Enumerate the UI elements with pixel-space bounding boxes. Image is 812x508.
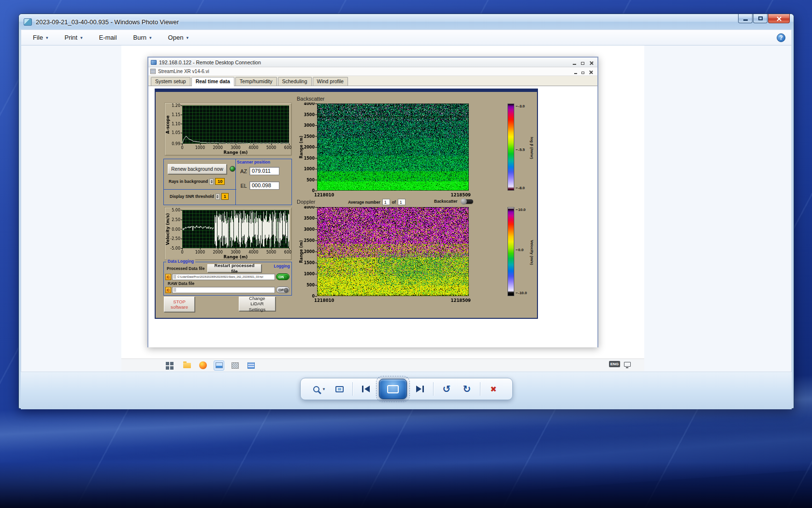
tab-wind-profile[interactable]: Wind profile (313, 77, 348, 86)
rotate-counterclockwise-button[interactable]: ↺ (439, 381, 454, 397)
minimize-icon (574, 73, 577, 74)
restart-processed-file-button[interactable]: Restart processed file (207, 264, 261, 272)
colorbar-label: 10.0 (516, 208, 526, 212)
raw-path-field[interactable] (172, 287, 275, 293)
screenshot-viewer-icon[interactable] (214, 360, 224, 371)
vi-close-button[interactable] (589, 67, 593, 76)
next-button[interactable] (413, 381, 427, 397)
menu-burn[interactable]: Burn▾ (129, 32, 157, 43)
maximize-button[interactable] (753, 14, 768, 23)
labview-vi-icon (150, 69, 156, 74)
close-icon (776, 16, 782, 21)
toolbar-separator (433, 382, 434, 396)
average-total-input[interactable]: 1 (398, 199, 406, 205)
language-indicator[interactable]: ENG (609, 361, 620, 367)
rays-spinner[interactable] (209, 179, 214, 185)
change-line2: Settings (249, 307, 265, 312)
help-icon[interactable]: ? (777, 33, 785, 42)
minimize-icon (743, 19, 748, 21)
maximize-icon (758, 16, 763, 20)
photo-viewer-window: 2023-09-21_03-40-00.935 - Windows Photo … (18, 14, 794, 409)
raw-logging-toggle[interactable]: OFF (276, 286, 290, 293)
vi-window-controls (574, 67, 595, 76)
divider (164, 189, 236, 190)
grid-icon (166, 362, 169, 365)
vi-minimize-button[interactable] (574, 67, 577, 76)
menu-open[interactable]: Open▾ (163, 32, 193, 43)
colorbar-label: 0.0 (516, 248, 523, 252)
processed-data-file-label: Processed Data file (167, 266, 204, 271)
path-type-icon (174, 288, 176, 292)
menu-burn-label: Burn (133, 34, 146, 41)
notes-app-icon[interactable] (246, 360, 256, 371)
colorbar-gradient (508, 207, 514, 296)
previous-button[interactable] (359, 381, 373, 397)
magnifier-icon (313, 386, 319, 392)
close-button[interactable] (768, 14, 790, 23)
delete-button[interactable]: ✖ (486, 381, 501, 397)
fit-to-window-button[interactable] (332, 381, 347, 397)
menu-email[interactable]: E-mail (94, 32, 122, 43)
tab-bar: System setup Real time data Temp/humidit… (148, 76, 597, 86)
close-icon (589, 70, 593, 74)
stop-software-button[interactable]: STOP software (164, 297, 195, 312)
minimize-button[interactable] (738, 14, 753, 23)
chevron-down-icon: ▾ (46, 35, 48, 40)
vi-titlebar[interactable]: StreamLine XR v14-6.vi (148, 67, 597, 76)
rdp-maximize-button[interactable] (581, 58, 584, 67)
data-logging-box: Data Logging Processed Data file Restart… (163, 262, 292, 296)
menu-print[interactable]: Print▾ (59, 32, 87, 43)
a-scope-canvas (165, 103, 291, 155)
vi-restore-button[interactable] (581, 67, 584, 76)
change-lidar-settings-button[interactable]: Change LiDAR Settings (239, 297, 276, 311)
monitor-icon[interactable] (624, 362, 631, 367)
rdp-minimize-button[interactable] (573, 58, 576, 67)
play-slideshow-button[interactable] (379, 379, 407, 399)
processed-path-field[interactable]: C:\Lidar\Data\Proc\2023\202309\20230921\… (172, 274, 275, 280)
data-logging-title: Data Logging (166, 259, 195, 264)
colorbar-label: -3.0 (516, 104, 525, 108)
rdp-app-icon (151, 60, 157, 65)
tab-temp-humidity[interactable]: Temp/humidity (235, 77, 277, 86)
rotate-clockwise-button[interactable]: ↻ (460, 381, 474, 397)
tab-system-setup[interactable]: System setup (151, 77, 190, 86)
pattern-app-icon[interactable] (230, 360, 240, 371)
of-label: of (392, 200, 396, 205)
el-label: EL (239, 183, 247, 189)
chevron-down-icon: ▾ (186, 35, 188, 40)
minimize-icon (573, 64, 576, 65)
doppler-title: Doppler (297, 199, 316, 205)
drive-icon[interactable]: C (165, 274, 171, 280)
firefox-icon[interactable] (198, 360, 208, 371)
stop-line2: software (171, 304, 188, 310)
backscatter-toggle[interactable] (461, 199, 473, 204)
checker-icon (232, 362, 239, 369)
drive-icon[interactable]: C (165, 287, 171, 293)
rdp-close-button[interactable] (589, 58, 593, 67)
colorbar-gradient (508, 104, 514, 191)
colorbar-label: -10.0 (516, 291, 527, 295)
toolbar-separator (480, 382, 480, 396)
zoom-button[interactable]: ▾ (312, 381, 326, 397)
restore-icon (581, 72, 584, 74)
average-number-label: Average number (348, 200, 380, 205)
desktop-background: 2023-09-21_03-40-00.935 - Windows Photo … (0, 0, 812, 508)
menu-file[interactable]: File▾ (28, 32, 53, 43)
backscatter-toggle-label: Backscatter (434, 199, 457, 204)
backscatter-colorbar: -3.0 -5.5 -8.0 log β (/m/sr) (508, 104, 537, 193)
snr-spinner[interactable] (216, 194, 220, 200)
tab-scheduling[interactable]: Scheduling (278, 77, 312, 86)
colorbar-label: -5.5 (516, 148, 525, 152)
photo-image: 192.168.0.122 - Remote Desktop Connectio… (121, 45, 644, 371)
file-explorer-icon[interactable] (182, 360, 192, 371)
viewer-titlebar[interactable]: 2023-09-21_03-40-00.935 - Windows Photo … (19, 14, 794, 30)
processed-logging-toggle[interactable]: ON (276, 273, 290, 280)
renew-background-button[interactable]: Renew background now (168, 164, 227, 174)
average-number-input[interactable]: 1 (382, 199, 390, 205)
task-view-icon[interactable] (166, 360, 176, 371)
snr-value-field[interactable]: 1 (221, 193, 229, 200)
vi-title: StreamLine XR v14-6.vi (158, 69, 209, 74)
tab-real-time-data[interactable]: Real time data (191, 77, 234, 86)
rays-value-field[interactable]: 10 (215, 178, 225, 185)
rdp-titlebar[interactable]: 192.168.0.122 - Remote Desktop Connectio… (148, 58, 597, 67)
